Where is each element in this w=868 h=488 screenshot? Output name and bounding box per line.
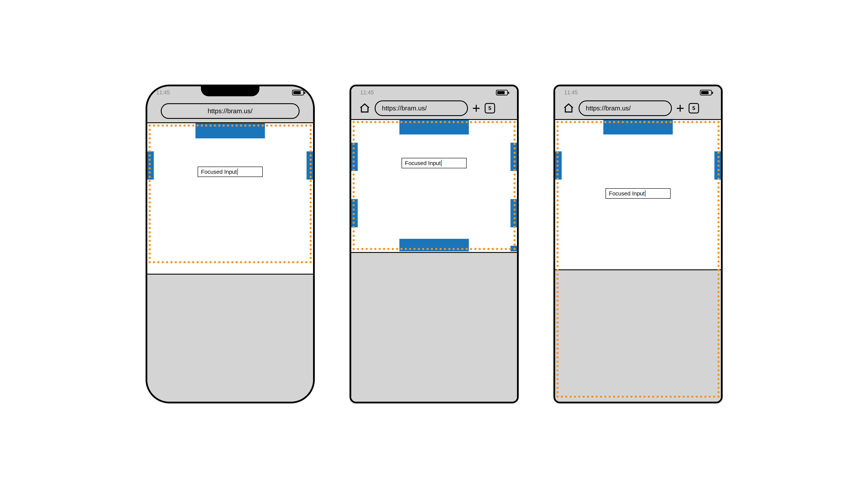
new-tab-icon[interactable]: + [472,101,480,115]
fixed-top-bar [603,120,673,134]
url-text: https://bram.us/ [382,104,427,112]
focused-input[interactable]: Focused Input [402,158,467,168]
text-cursor [645,190,646,197]
device-android-resize: 11:45 https://bram.us/ + 5 Focused Input [349,85,519,403]
url-bar-row: https://bram.us/ [147,103,313,119]
focused-input[interactable]: Focused Input [606,188,671,199]
virtual-keyboard[interactable] [351,252,517,402]
fixed-top-bar [399,120,469,134]
tab-count-button[interactable]: 5 [689,103,699,113]
status-bar: 11:45 [555,89,721,96]
battery-icon [700,90,712,95]
fixed-left-upper [351,143,358,171]
fixed-right-upper [510,143,517,171]
device-notch [201,85,259,96]
url-bar-row: https://bram.us/ + 5 [555,100,721,116]
fixed-right-lower [510,199,517,227]
focused-input[interactable]: Focused Input [198,167,263,177]
text-cursor [441,160,442,166]
fixed-bottom-bar [399,239,469,251]
fixed-right-upper [714,152,721,180]
status-time: 11:45 [564,89,578,96]
visual-viewport-outline [149,125,312,263]
home-icon[interactable] [359,103,370,114]
tab-count-button[interactable]: 5 [485,103,495,113]
url-text: https://bram.us/ [208,107,252,115]
url-text: https://bram.us/ [586,104,631,112]
fixed-left-upper [147,152,154,180]
new-tab-icon[interactable]: + [676,101,684,115]
url-bar[interactable]: https://bram.us/ [375,100,468,116]
input-value: Focused Input [405,160,441,167]
battery-icon [496,90,508,95]
battery-icon [292,90,304,95]
virtual-keyboard[interactable] [147,274,313,402]
status-time: 11:45 [360,89,374,96]
fixed-bottom-stub [510,246,517,251]
device-iphone-safari: 11:45 https://bram.us/ Focused Input [146,85,315,403]
device-android-overlay: 11:45 https://bram.us/ + 5 Focused Input [553,85,723,403]
status-time: 11:45 [156,89,170,96]
fixed-left-lower [351,199,358,227]
url-bar[interactable]: https://bram.us/ [161,103,300,119]
text-cursor [237,168,238,175]
url-bar[interactable]: https://bram.us/ [579,100,672,116]
input-value: Focused Input [201,168,237,175]
home-icon[interactable] [563,103,574,114]
fixed-right-upper [307,152,313,180]
status-bar: 11:45 [351,89,517,96]
visual-viewport-outline [352,121,516,250]
virtual-keyboard[interactable] [555,269,721,402]
browser-chrome: 11:45 https://bram.us/ + 5 [555,86,721,120]
fixed-left-upper [555,152,562,180]
browser-chrome: 11:45 https://bram.us/ + 5 [351,86,517,120]
input-value: Focused Input [609,190,645,197]
fixed-top-bar [195,123,265,138]
url-bar-row: https://bram.us/ + 5 [351,100,517,116]
